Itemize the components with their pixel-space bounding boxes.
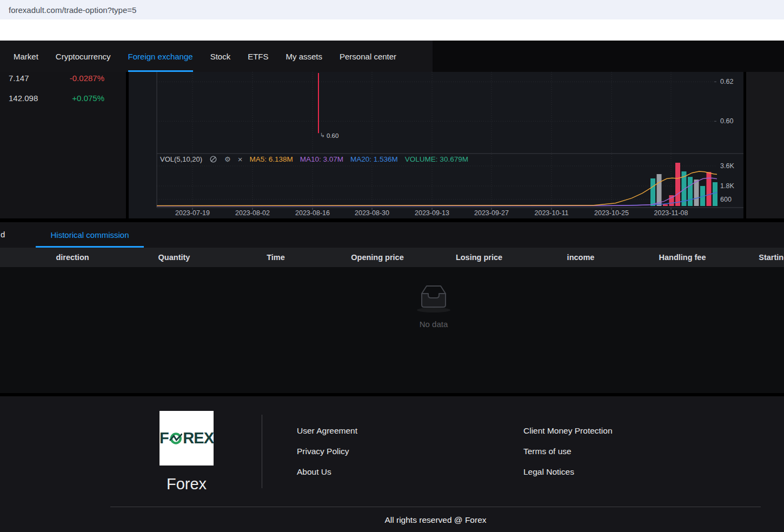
footer-link-legal-notices[interactable]: Legal Notices [523,468,613,476]
svg-text:2023-10-25: 2023-10-25 [594,209,629,217]
table-header-time: Time [225,248,327,267]
table-header: directionQuantityTimeOpening priceLosing… [0,248,784,267]
page-top-spacer [0,19,784,41]
logo-o-icon [169,431,183,445]
svg-text:0.60: 0.60 [327,132,338,139]
footer: F REX Forex User AgreementPrivacy Policy… [0,396,784,532]
history-tabs-row: d Historical commission [0,222,784,248]
footer-logo: F REX [160,411,214,466]
svg-text:2023-07-19: 2023-07-19 [175,209,210,217]
quote-change: -0.0287% [70,74,104,83]
quote-price: 142.098 [9,94,38,103]
ma10-value: MA10: 3.07M [300,155,343,163]
quote-change: +0.075% [72,94,104,103]
quotes-sidebar: 7.147-0.0287%142.098+0.075% [0,72,126,218]
table-header-opening-price: Opening price [327,248,428,267]
brand-name: Forex [160,475,214,493]
footer-link-terms-of-use[interactable]: Terms of use [523,447,613,456]
empty-box-icon [416,282,451,310]
table-header-direction: direction [22,248,123,267]
nav-item-market[interactable]: Market [14,41,38,72]
table-header-handling-fee: Handling fee [632,248,733,267]
main-nav: MarketCryptocurrencyForeign exchangeStoc… [0,41,784,72]
ma5-value: MA5: 6.138M [249,155,293,163]
tab-historical-commission[interactable]: Historical commission [36,222,144,248]
quote-row[interactable]: 7.147-0.0287% [0,72,126,86]
close-indicator-icon[interactable]: × [238,155,243,164]
footer-link-privacy-policy[interactable]: Privacy Policy [297,447,357,456]
volume-indicator-header: VOL(5,10,20) ⚙ × MA5: 6.138M MA10: 3.07M… [160,155,468,164]
table-empty-area: No data [0,267,784,393]
empty-box-shadow [417,308,450,312]
quote-row[interactable]: 142.098+0.075% [0,90,126,106]
footer-links-col1: User AgreementPrivacy PolicyAbout Us [297,427,357,476]
nav-items: MarketCryptocurrencyForeign exchangeStoc… [0,41,433,72]
hide-indicator-icon[interactable] [209,155,217,163]
partial-tab-label[interactable]: d [1,230,5,239]
browser-address-bar[interactable]: forexadult.com/trade-option?type=5 [0,0,784,19]
nav-item-cryptocurrency[interactable]: Cryptocurrency [56,41,111,72]
svg-text:2023-09-27: 2023-09-27 [474,209,509,217]
vol-indicator-label: VOL(5,10,20) [160,155,202,163]
nav-item-my-assets[interactable]: My assets [286,41,323,72]
svg-text:0.60: 0.60 [720,117,733,125]
indicator-settings-icon[interactable]: ⚙ [224,155,231,163]
svg-text:0.62: 0.62 [720,78,733,85]
nav-item-etfs[interactable]: ETFS [248,41,268,72]
svg-text:2023-08-30: 2023-08-30 [355,209,389,217]
tab-label: Historical commission [50,230,129,240]
nav-item-personal-center[interactable]: Personal center [340,41,396,72]
volume-value: VOLUME: 30.679M [405,155,468,163]
footer-links-col2: Client Money ProtectionTerms of useLegal… [523,427,613,476]
ma20-value: MA20: 1.536M [350,155,398,163]
svg-text:2023-10-11: 2023-10-11 [534,209,568,217]
footer-vertical-divider [262,415,262,488]
table-header-losing-price: Losing price [428,248,530,267]
no-data-text: No data [380,320,488,329]
svg-text:2023-11-08: 2023-11-08 [654,209,688,217]
copyright-text: All rights reserved @ Forex [110,515,761,525]
svg-text:↳: ↳ [320,132,325,138]
quote-price: 7.147 [9,74,29,83]
svg-text:3.6K: 3.6K [720,162,734,170]
svg-text:600: 600 [720,196,732,203]
svg-text:2023-08-02: 2023-08-02 [235,209,270,217]
footer-link-about-us[interactable]: About Us [297,468,357,476]
table-header-quantity: Quantity [123,248,225,267]
section-divider [0,218,784,222]
footer-link-user-agreement[interactable]: User Agreement [297,427,357,435]
table-header-income: income [530,248,632,267]
price-volume-chart[interactable]: 2023-07-192023-08-022023-08-162023-08-30… [129,72,743,218]
svg-text:2023-09-13: 2023-09-13 [415,209,449,217]
svg-text:2023-08-16: 2023-08-16 [295,209,330,217]
right-side-panel [746,72,784,218]
chart-panel: 2023-07-192023-08-022023-08-162023-08-30… [129,72,743,218]
url-text: forexadult.com/trade-option?type=5 [9,5,136,15]
footer-link-client-money-protection[interactable]: Client Money Protection [523,427,613,435]
empty-state: No data [380,282,488,329]
table-header-starting-price: Starting price [733,248,784,267]
nav-item-foreign-exchange[interactable]: Foreign exchange [128,41,193,72]
svg-text:1.8K: 1.8K [720,182,734,190]
logo-text-left: F [160,429,169,447]
logo-text-right: REX [183,429,214,447]
copyright-divider [110,507,761,507]
table-header-columns: directionQuantityTimeOpening priceLosing… [0,248,784,267]
nav-item-stock[interactable]: Stock [210,41,231,72]
